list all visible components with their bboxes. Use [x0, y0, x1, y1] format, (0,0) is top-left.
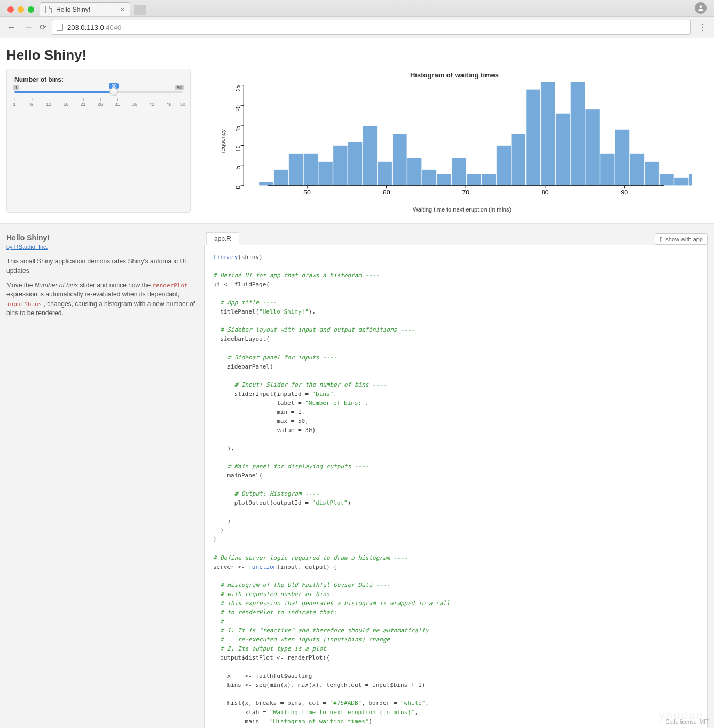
forward-button[interactable]: → [22, 22, 34, 33]
svg-rect-13 [437, 174, 451, 186]
new-tab-button[interactable] [134, 5, 146, 15]
histogram-plot: Frequency 05101520255060708090 [222, 82, 692, 204]
code-column: app.R ▯ show with app library(shiny) # D… [204, 232, 708, 728]
code-listing: library(shiny) # Define UI for app that … [204, 245, 708, 728]
bins-slider[interactable]: 1 50 30 [14, 87, 183, 96]
zoom-window-icon[interactable] [28, 6, 34, 13]
svg-rect-3 [288, 154, 303, 186]
svg-rect-15 [467, 174, 481, 186]
svg-text:60: 60 [383, 190, 390, 195]
svg-rect-26 [630, 154, 644, 186]
svg-rect-9 [378, 162, 392, 186]
sidebar-panel: Number of bins: 1 50 30 1611162126313641… [6, 69, 191, 213]
svg-rect-11 [407, 158, 422, 186]
svg-text:90: 90 [621, 190, 628, 195]
svg-text:0: 0 [234, 186, 241, 189]
svg-text:70: 70 [462, 190, 469, 195]
page-icon [45, 6, 52, 13]
svg-text:20: 20 [234, 105, 241, 111]
svg-rect-19 [526, 89, 540, 186]
svg-rect-17 [496, 146, 511, 186]
svg-rect-24 [600, 154, 615, 186]
url-host: 203.0.113.0 [67, 24, 104, 32]
svg-point-0 [700, 5, 702, 8]
svg-text:25: 25 [234, 85, 241, 91]
svg-rect-22 [570, 82, 585, 186]
svg-rect-28 [660, 174, 674, 186]
desc-p2: Move the Number of bins slider and notic… [6, 281, 199, 318]
svg-rect-16 [482, 174, 496, 186]
show-with-app-button[interactable]: ▯ show with app [655, 233, 708, 245]
svg-rect-7 [348, 142, 363, 186]
svg-text:10: 10 [234, 146, 241, 152]
svg-rect-6 [333, 146, 348, 186]
svg-text:80: 80 [542, 190, 549, 195]
site-icon [57, 24, 63, 31]
browser-menu-button[interactable]: ⋮ [696, 22, 709, 33]
svg-text:15: 15 [234, 126, 241, 131]
slider-label: Number of bins: [14, 76, 183, 83]
profile-icon[interactable] [695, 2, 707, 14]
svg-rect-4 [303, 154, 318, 186]
svg-text:50: 50 [303, 190, 311, 195]
back-button[interactable]: ← [5, 22, 17, 33]
watermark: youdao [658, 709, 703, 723]
code-tab[interactable]: app.R [206, 232, 239, 245]
desc-byline[interactable]: by RStudio, Inc. [6, 243, 199, 252]
chart-title: Histogram of waiting times [207, 71, 702, 79]
reload-button[interactable]: ⟳ [40, 22, 46, 32]
svg-rect-5 [318, 162, 333, 186]
desc-heading: Hello Shiny! [6, 232, 199, 243]
page-title: Hello Shiny! [6, 47, 708, 64]
chart-ylabel: Frequency [219, 129, 226, 157]
svg-rect-27 [645, 162, 659, 186]
address-bar[interactable]: 203.0.113.0:4040 [52, 20, 691, 35]
chart-xlabel: Waiting time to next eruption (in mins) [222, 206, 702, 213]
browser-chrome: Hello Shiny! × ← → ⟳ 203.0.113.0:4040 ⋮ [0, 0, 714, 38]
desc-p1: This small Shiny application demonstrate… [6, 257, 199, 276]
svg-rect-18 [511, 134, 525, 186]
tab-title: Hello Shiny! [56, 6, 90, 13]
slider-thumb[interactable] [109, 88, 118, 96]
close-window-icon[interactable] [7, 6, 14, 13]
description-column: Hello Shiny! by RStudio, Inc. This small… [6, 232, 199, 728]
svg-rect-29 [674, 178, 689, 186]
svg-rect-10 [393, 134, 407, 186]
browser-tab[interactable]: Hello Shiny! × [40, 2, 130, 16]
slider-max: 50 [175, 85, 184, 90]
svg-text:5: 5 [234, 166, 241, 169]
close-tab-icon[interactable]: × [121, 6, 124, 13]
minimize-window-icon[interactable] [18, 6, 24, 13]
window-controls [4, 6, 40, 16]
svg-rect-8 [363, 126, 377, 186]
url-port: :4040 [104, 24, 122, 32]
svg-rect-12 [422, 170, 436, 186]
svg-rect-1 [259, 182, 273, 186]
svg-rect-14 [452, 158, 466, 186]
phone-icon: ▯ [660, 236, 663, 242]
svg-rect-21 [555, 113, 570, 185]
svg-rect-23 [585, 109, 600, 186]
svg-rect-25 [615, 129, 630, 185]
svg-rect-2 [274, 170, 288, 186]
svg-rect-30 [689, 174, 692, 186]
main-panel: Histogram of waiting times Frequency 051… [201, 69, 708, 213]
svg-rect-20 [541, 82, 555, 186]
slider-min: 1 [13, 85, 19, 90]
slider-ticks: 16111621263136414650 [14, 98, 183, 110]
